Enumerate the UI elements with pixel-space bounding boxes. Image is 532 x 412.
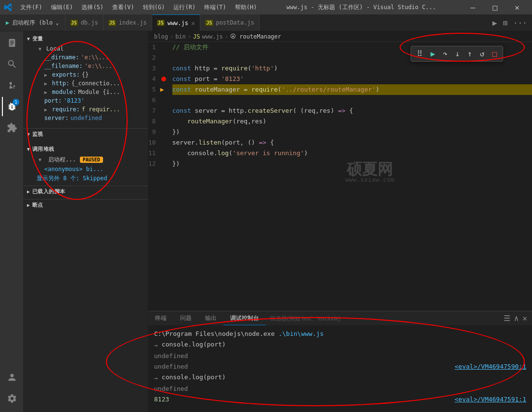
main-layout: 1 ▼ 变量 ▼ Local __dirname: — [0, 31, 532, 412]
code-paren: (port, () — [221, 137, 259, 148]
console-line-arrow1: → console.log(port) — [154, 339, 526, 351]
menu-help[interactable]: 帮助(H) — [231, 2, 261, 13]
code-paren: ( — [229, 148, 233, 159]
stack-run-item[interactable]: ▼ 启动程... PAUSED — [23, 155, 148, 165]
watch-header[interactable]: ▼ 监视 — [23, 129, 148, 140]
var-exports[interactable]: ▶ exports: {} — [23, 70, 148, 79]
var-filename[interactable]: __filename: 'e:\\... — [23, 62, 148, 70]
play-icon: ▶ — [6, 19, 9, 26]
panel-collapse-icon[interactable]: ∧ — [513, 313, 520, 324]
paused-badge: PAUSED — [80, 157, 103, 163]
minimize-button[interactable]: — — [462, 0, 484, 14]
filter-input[interactable] — [270, 315, 385, 322]
chevron-right-icon: ▶ — [27, 202, 30, 208]
code-paren: ) — [376, 84, 379, 95]
menu-terminal[interactable]: 终端(T) — [200, 2, 230, 13]
breadcrumb: blog › bin › JS www.js › ⦿ routeManager — [148, 31, 532, 42]
chevron-right-icon: ▶ — [27, 189, 30, 194]
watch-section: ▼ 监视 — [23, 128, 148, 140]
code-indent — [172, 116, 187, 127]
debug-stop-icon[interactable]: □ — [490, 48, 499, 59]
chevron-down-icon: ▼ — [39, 157, 44, 162]
tab-postdatajs[interactable]: JS postData.js — [200, 14, 260, 31]
close-button[interactable]: ✕ — [506, 0, 528, 14]
watermark-url: www.sxiaw.com — [345, 174, 394, 185]
debug-step-over-icon[interactable]: ↷ — [441, 48, 450, 59]
ln-10: 10 — [148, 137, 160, 148]
maximize-button[interactable]: □ — [484, 0, 506, 14]
menu-file[interactable]: 文件(F) — [16, 2, 46, 13]
debug-grid-icon[interactable]: ⠿ — [415, 48, 425, 59]
menu-run[interactable]: 运行(R) — [169, 2, 199, 13]
tab-close-icon[interactable]: ✕ — [191, 19, 195, 27]
var-port[interactable]: port: '8123' — [23, 96, 148, 105]
code-fn: log — [218, 148, 229, 159]
activity-explorer[interactable] — [2, 33, 21, 53]
show-more-skipped[interactable]: 显示另外 8 个: Skipped — [23, 173, 148, 184]
console-output-undef1: undefined — [154, 351, 188, 361]
debug-continue-icon[interactable]: ▶ — [428, 48, 437, 59]
code-editor[interactable]: // 启动文件 const http = require ( 'http' ) … — [169, 42, 532, 311]
menu-edit[interactable]: 编辑(E) — [47, 2, 77, 13]
var-server[interactable]: server: undefined — [23, 114, 148, 122]
activity-source-control[interactable] — [2, 76, 21, 95]
var-require[interactable]: ▶ require: f requir... — [23, 105, 148, 114]
menu-select[interactable]: 选择(S) — [78, 2, 107, 13]
ln-1: 1 — [148, 42, 160, 53]
code-fn: routeManager — [187, 116, 233, 127]
var-http[interactable]: ▶ http: {_connectio... — [23, 79, 148, 88]
chevron-down-icon: ▼ — [27, 132, 30, 137]
activity-search[interactable] — [2, 54, 21, 74]
watch-label: 监视 — [32, 131, 43, 138]
menu-goto[interactable]: 转到(G) — [139, 2, 169, 13]
tab-terminal[interactable]: 终端 — [148, 311, 173, 325]
scripts-header[interactable]: ▶ 已载入的脚本 — [23, 186, 148, 197]
variables-header[interactable]: ▼ 变量 — [23, 33, 148, 44]
console-link-2[interactable]: <eval>/VM46947591:1 — [454, 394, 526, 405]
var-module[interactable]: ▶ module: Module {i... — [23, 88, 148, 96]
current-line-arrow: ▶ — [160, 84, 164, 95]
activity-run-debug[interactable]: 1 — [2, 97, 21, 116]
code-fn: require — [221, 63, 247, 74]
debug-step-out-icon[interactable]: ↑ — [466, 48, 474, 59]
tab-dbjs[interactable]: JS db.js — [65, 14, 104, 31]
js-icon: JS — [108, 20, 116, 26]
split-editor-icon[interactable]: ▶ — [492, 17, 498, 28]
debug-restart-icon[interactable]: ↺ — [478, 48, 487, 59]
panel-menu-icon[interactable]: ☰ — [503, 313, 511, 324]
panel-close-icon[interactable]: ✕ — [521, 313, 528, 324]
activity-settings[interactable] — [2, 389, 21, 408]
local-header-item[interactable]: ▼ Local — [23, 44, 148, 53]
activity-accounts[interactable] — [2, 368, 21, 387]
breakpoints-header[interactable]: ▶ 断点 — [23, 199, 148, 211]
tab-debug-console[interactable]: 调试控制台 — [223, 311, 266, 325]
editor-main[interactable]: ⠿ ▶ ↷ ↓ ↑ ↺ □ 1 2 3 4 5 6 7 8 — [148, 42, 532, 311]
console-line-path: C:\Program Files\nodejs\node.exe .\bin\w… — [154, 329, 526, 339]
tab-indexjs[interactable]: JS index.js — [104, 14, 152, 31]
tab-problems[interactable]: 问题 — [173, 311, 198, 325]
panel-tabs: 终端 问题 输出 调试控制台 ☰ ∧ ✕ — [148, 311, 532, 326]
layout-icon[interactable]: ⊞ — [502, 17, 508, 28]
more-tabs-icon[interactable]: ··· — [512, 17, 528, 28]
activity-extensions[interactable] — [2, 118, 21, 137]
debug-step-into-icon[interactable]: ↓ — [453, 48, 462, 59]
code-line-12: }) — [172, 159, 532, 169]
ln-8: 8 — [148, 116, 160, 127]
tab-dbjs-label: db.js — [81, 19, 98, 26]
stack-frame-label: <anonymous> bi... — [44, 166, 104, 173]
console-link-1[interactable]: <eval>/VM46947590:1 — [454, 361, 526, 372]
code-str: '8123' — [221, 74, 244, 84]
console-output-undef3: undefined — [154, 384, 188, 394]
callstack-header[interactable]: ▼ 调用堆栈 — [23, 144, 148, 155]
code-fn: createServer — [247, 106, 293, 116]
breadcrumb-sep: › — [188, 33, 191, 40]
stack-frame-anon[interactable]: <anonymous> bi... — [23, 165, 148, 173]
local-label: Local — [46, 45, 64, 52]
var-dirname[interactable]: __dirname: 'e:\\... — [23, 53, 148, 62]
run-button[interactable]: ▶ 启动程序 (blo ⌄ — [0, 14, 65, 31]
console-path-file: .\bin\www.js — [278, 329, 324, 339]
tab-wwwjs[interactable]: JS www.js ✕ — [152, 14, 201, 31]
tab-output[interactable]: 输出 — [198, 311, 223, 325]
vscode-icon — [4, 3, 13, 12]
menu-view[interactable]: 查看(V) — [108, 2, 138, 13]
